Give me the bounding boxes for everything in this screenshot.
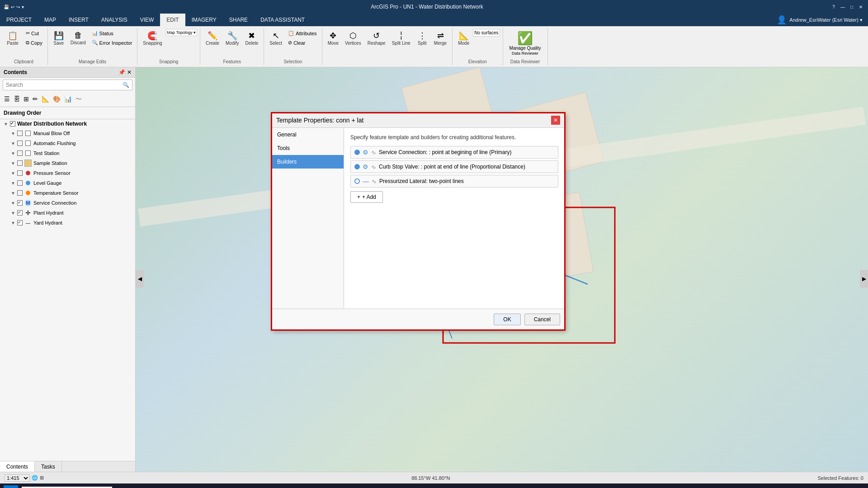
snapping-dropdown[interactable]: Map Topology ▾	[166, 29, 197, 36]
layer-checkbox[interactable]	[17, 160, 23, 166]
layer-checkbox[interactable]	[17, 141, 23, 146]
paste-button[interactable]: 📋 Paste	[3, 29, 23, 47]
discard-button[interactable]: 🗑 Discard	[68, 29, 89, 47]
layer-checkbox[interactable]	[17, 210, 23, 216]
search-bar[interactable]: 🔍	[3, 80, 132, 90]
tab-analysis[interactable]: ANALYSIS	[95, 14, 134, 26]
close-button[interactable]: ✕	[857, 3, 864, 10]
nav-builders[interactable]: Builders	[272, 155, 344, 169]
ruler-icon[interactable]: 📐	[40, 94, 51, 105]
layer-temperature-sensor[interactable]: ▼ Temperature Sensor	[0, 188, 135, 198]
contents-close-icon[interactable]: ✕	[127, 69, 132, 75]
layer-manual-blow[interactable]: ▼ Manual Blow Off	[0, 128, 135, 138]
tab-tasks[interactable]: Tasks	[35, 461, 62, 472]
contents-pin-icon[interactable]: 📌	[118, 69, 125, 75]
snapping-button[interactable]: 🧲 Snapping	[140, 29, 165, 47]
builder-row-2[interactable]: ⚙ ∿ Curb Stop Valve: : point at end of l…	[350, 160, 558, 173]
error-inspector-button[interactable]: 🔍 Error Inspector	[90, 38, 135, 47]
vertices-button[interactable]: ⬡ Vertices	[342, 29, 364, 47]
ok-button[interactable]: OK	[494, 314, 520, 325]
list-icon[interactable]: ☰	[3, 94, 11, 105]
layer-test-station[interactable]: ▼ Test Station	[0, 148, 135, 158]
database-icon[interactable]: 🗄	[12, 94, 21, 105]
tab-edit[interactable]: EDIT	[160, 14, 185, 26]
outlook-icon[interactable]: 📧	[165, 485, 179, 488]
reshape-button[interactable]: ↺ Reshape	[365, 29, 388, 47]
quick-access-redo[interactable]: ↪	[16, 5, 20, 9]
layer-plant-hydrant[interactable]: ▼ ✛ Plant Hydrant	[0, 208, 135, 218]
layer-checkbox[interactable]	[17, 180, 23, 186]
nav-general[interactable]: General	[272, 128, 344, 141]
builder-radio-1[interactable]	[354, 150, 360, 155]
word-icon[interactable]: W	[262, 485, 277, 488]
create-button[interactable]: ✏️ Create	[203, 29, 222, 47]
skype-icon[interactable]: 💬	[181, 485, 195, 488]
cut-button[interactable]: ✂ Cut	[24, 29, 45, 38]
clear-button[interactable]: ⊘ Clear	[286, 38, 319, 47]
merge-button[interactable]: ⇌ Merge	[431, 29, 449, 47]
move-button[interactable]: ✥ Move	[325, 29, 341, 47]
save-button[interactable]: 💾 Save	[51, 29, 67, 47]
paint-icon[interactable]: 🎨	[52, 94, 62, 105]
scale-dropdown[interactable]: 1:415 1:1000 1:5000	[5, 474, 30, 482]
tab-project[interactable]: PROJECT	[0, 14, 38, 26]
chrome-icon[interactable]: 🌐	[148, 485, 163, 488]
taskview-button[interactable]: ⧉	[116, 485, 130, 488]
layer-checkbox[interactable]	[17, 220, 23, 225]
collapse-left-button[interactable]: ◀	[136, 270, 144, 288]
attributes-button[interactable]: 📋 Attributes	[286, 29, 319, 38]
mode-button[interactable]: 📐 Mode	[455, 29, 472, 47]
map-area[interactable]: ↗□ ◀ ▶ Template Properties: conn + lat ✕…	[136, 67, 868, 472]
layer-sample-station[interactable]: ▼ Sample Station	[0, 158, 135, 168]
tab-map[interactable]: MAP	[38, 14, 62, 26]
layer-checkbox[interactable]	[10, 121, 15, 127]
minimize-button[interactable]: —	[839, 3, 846, 10]
tab-contents[interactable]: Contents	[0, 461, 35, 472]
browser-icon-2[interactable]: 🌐	[246, 485, 260, 488]
scale-selector[interactable]: 1:415 1:1000 1:5000 🌐 ⊞	[5, 474, 44, 482]
grid-icon[interactable]: ⊞	[22, 94, 30, 105]
cancel-button[interactable]: Cancel	[524, 314, 560, 325]
layer-level-gauge[interactable]: ▼ Level Gauge	[0, 178, 135, 188]
dialog-titlebar[interactable]: Template Properties: conn + lat ✕	[272, 113, 565, 128]
start-button[interactable]: ⊞	[4, 485, 18, 488]
search-app-icon[interactable]: 🔍	[213, 485, 228, 488]
no-surfaces-dropdown[interactable]: No surfaces	[473, 29, 500, 37]
layer-service-connection[interactable]: ▼ M Service Connection	[0, 198, 135, 208]
layer-checkbox[interactable]	[17, 150, 23, 156]
layer-water-dist[interactable]: ▼ Water Distribution Network	[0, 119, 135, 128]
split-line-button[interactable]: ╎ Split Line	[389, 29, 413, 47]
split-button[interactable]: ⋮ Split	[414, 29, 430, 47]
nav-tools[interactable]: Tools	[272, 141, 344, 155]
app-icon-1[interactable]: 🟡	[197, 485, 212, 488]
help-button[interactable]: ?	[830, 3, 837, 10]
excel-icon[interactable]: 📊	[230, 485, 244, 488]
tab-share[interactable]: SHARE	[223, 14, 254, 26]
tab-insert[interactable]: INSERT	[62, 14, 95, 26]
builder-radio-2[interactable]	[354, 164, 360, 169]
delete-button[interactable]: ✖ Delete	[242, 29, 261, 47]
layer-yard-hydrant[interactable]: ▼ — Yard Hydrant	[0, 218, 135, 228]
layer-checkbox[interactable]	[17, 190, 23, 196]
pencil-icon[interactable]: ✏	[31, 94, 39, 105]
tab-imagery[interactable]: IMAGERY	[185, 14, 223, 26]
layer-pressure-sensor[interactable]: ▼ Pressure Sensor	[0, 168, 135, 178]
layer-checkbox[interactable]	[17, 170, 23, 176]
quick-access-save[interactable]: 💾	[4, 5, 9, 9]
status-button[interactable]: 📊 Status	[90, 29, 135, 38]
layer-auto-flushing[interactable]: ▼ Automatic Flushing	[0, 138, 135, 148]
dialog-close-button[interactable]: ✕	[551, 116, 560, 125]
manage-quality-button[interactable]: ✅ Manage Quality Data Reviewer	[506, 29, 545, 57]
chart-icon[interactable]: 📊	[63, 94, 73, 105]
layer-checkbox[interactable]	[17, 131, 23, 136]
builder-row-3[interactable]: — ∿ Pressurized Lateral: two-point lines	[350, 175, 558, 188]
tab-data-assistant[interactable]: DATA ASSISTANT	[254, 14, 311, 26]
quick-access-undo[interactable]: ↩	[11, 5, 14, 9]
file-explorer-icon[interactable]: 📁	[132, 485, 146, 488]
layer-checkbox[interactable]	[17, 200, 23, 206]
builder-radio-3[interactable]	[354, 178, 360, 184]
modify-button[interactable]: 🔧 Modify	[223, 29, 241, 47]
search-input[interactable]	[6, 82, 121, 88]
add-builder-button[interactable]: + + Add	[350, 191, 383, 203]
maximize-button[interactable]: □	[848, 3, 855, 10]
